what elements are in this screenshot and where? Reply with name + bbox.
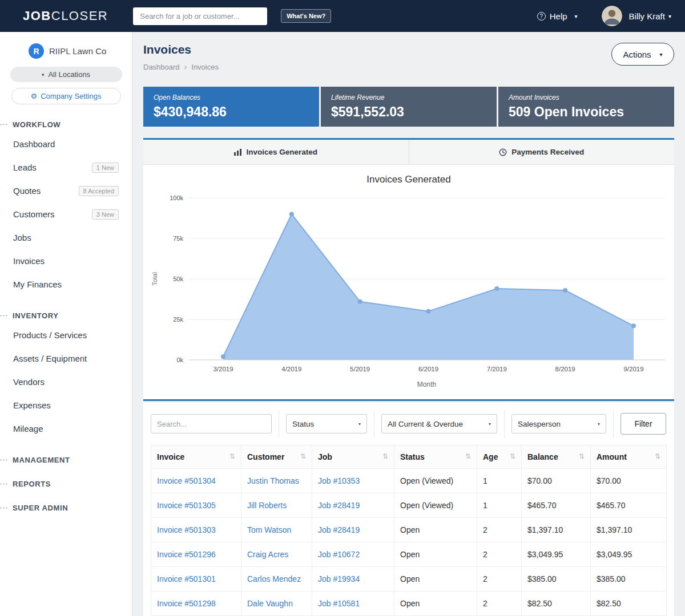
- actions-button[interactable]: Actions ▾: [611, 43, 674, 66]
- invoice-link[interactable]: Invoice #501301: [151, 567, 241, 591]
- chevron-right-icon: ›: [184, 62, 187, 71]
- topbar: JOBCLOSER What's New? Help ▾ Billy Kraft…: [0, 0, 685, 32]
- customer-link[interactable]: Jill Roberts: [241, 493, 312, 518]
- chart-tabs: Invoices Generated Payments Received: [143, 140, 674, 165]
- customer-link[interactable]: Dale Vaughn: [241, 591, 312, 616]
- col-age[interactable]: Age⇅: [477, 445, 522, 469]
- stat-label: Lifetime Revenue: [331, 94, 486, 102]
- sidebar-item-leads[interactable]: Leads1 New: [0, 156, 132, 179]
- tab-invoices-generated[interactable]: Invoices Generated: [143, 140, 409, 164]
- chart-area: 0k25k50k75k100k3/20194/20195/20196/20197…: [143, 185, 674, 399]
- section-header-super-admin[interactable]: SUPER ADMIN: [0, 504, 132, 512]
- section-header-management[interactable]: MANAGEMENT: [0, 456, 132, 464]
- sidebar-item-products-services[interactable]: Products / Services: [0, 323, 132, 347]
- table-row: Invoice #501305 Jill Roberts Job #28419 …: [151, 493, 667, 518]
- customer-link[interactable]: Carlos Mendez: [241, 567, 312, 591]
- sidebar-item-dashboard[interactable]: Dashboard: [0, 132, 132, 156]
- sidebar-item-assets-equipment[interactable]: Assets / Equipment: [0, 347, 132, 370]
- sidebar-item-jobs[interactable]: Jobs: [0, 226, 132, 249]
- global-search-input[interactable]: [133, 7, 267, 25]
- tab-payments-received[interactable]: Payments Received: [409, 140, 675, 164]
- leads-badge: 1 New: [92, 163, 119, 173]
- current-overdue-select[interactable]: All Current & Overdue ▾: [381, 414, 497, 433]
- whats-new-button[interactable]: What's New?: [281, 9, 331, 23]
- user-avatar[interactable]: [602, 6, 622, 26]
- table-search-input[interactable]: [151, 414, 272, 433]
- age-cell: 2: [477, 567, 522, 591]
- status-cell: Open: [394, 518, 477, 542]
- locations-label: All Locations: [48, 70, 90, 79]
- app-logo: JOBCLOSER: [23, 9, 108, 23]
- quotes-badge: 8 Accepted: [79, 186, 119, 196]
- sidebar-item-my-finances[interactable]: My Finances: [0, 273, 132, 296]
- col-invoice[interactable]: Invoice⇅: [151, 445, 241, 469]
- salesperson-select[interactable]: Salesperson ▾: [511, 414, 606, 433]
- customer-link[interactable]: Craig Acres: [241, 542, 312, 567]
- company-name: RIIPL Lawn Co: [49, 46, 106, 56]
- svg-text:4/2019: 4/2019: [281, 366, 301, 372]
- svg-text:8/2019: 8/2019: [555, 366, 575, 372]
- logo-light: CLOSER: [51, 9, 108, 23]
- stat-lifetime-revenue: Lifetime Revenue $591,552.03: [321, 87, 497, 127]
- divider: [613, 410, 614, 437]
- table-row: Invoice #501303 Tom Watson Job #28419 Op…: [151, 518, 667, 542]
- status-cell: Open: [394, 591, 477, 616]
- amount-cell: $3,049.95: [591, 542, 667, 567]
- job-link[interactable]: Job #10672: [312, 542, 394, 567]
- job-link[interactable]: Job #19934: [312, 567, 394, 591]
- invoice-link[interactable]: Invoice #501304: [151, 469, 241, 493]
- customer-link[interactable]: Justin Thomas: [241, 469, 312, 493]
- filter-row: Status ▾ All Current & Overdue ▾ Salespe…: [151, 410, 667, 437]
- status-cell: Open: [394, 542, 477, 567]
- section-header-reports[interactable]: REPORTS: [0, 480, 132, 488]
- user-menu[interactable]: Billy Kraft ▾: [629, 11, 671, 21]
- sidebar-item-quotes[interactable]: Quotes8 Accepted: [0, 179, 132, 202]
- sort-icon: ⇅: [229, 452, 235, 460]
- stat-amount-invoices: Amount Invoices 509 Open Invoices: [498, 87, 674, 127]
- breadcrumb-dashboard[interactable]: Dashboard: [143, 63, 180, 71]
- invoice-link[interactable]: Invoice #501305: [151, 493, 241, 518]
- sidebar-item-customers[interactable]: Customers3 New: [0, 202, 132, 226]
- stat-label: Amount Invoices: [509, 94, 664, 102]
- svg-text:9/2019: 9/2019: [623, 366, 643, 372]
- svg-text:100k: 100k: [170, 194, 183, 201]
- customer-link[interactable]: Tom Watson: [241, 518, 312, 542]
- col-customer[interactable]: Customer⇅: [241, 445, 312, 469]
- svg-text:6/2019: 6/2019: [418, 366, 438, 372]
- col-job[interactable]: Job⇅: [312, 445, 394, 469]
- col-balance[interactable]: Balance⇅: [522, 445, 591, 469]
- amount-cell: $70.00: [591, 469, 667, 493]
- sidebar-item-vendors[interactable]: Vendors: [0, 370, 132, 394]
- col-status[interactable]: Status⇅: [394, 445, 477, 469]
- sort-icon: ⇅: [382, 452, 388, 460]
- status-cell: Open (Viewed): [394, 493, 477, 518]
- balance-cell: $3,049.95: [522, 542, 591, 567]
- job-link[interactable]: Job #10353: [312, 469, 394, 493]
- job-link[interactable]: Job #28419: [312, 493, 394, 518]
- stat-open-balances: Open Balances $430,948.86: [143, 87, 319, 127]
- balance-cell: $385.00: [522, 567, 591, 591]
- status-cell: Open (Viewed): [394, 469, 477, 493]
- status-select[interactable]: Status ▾: [286, 414, 367, 433]
- sidebar-item-invoices[interactable]: Invoices: [0, 249, 132, 273]
- sidebar-item-expenses[interactable]: Expenses: [0, 394, 132, 417]
- age-cell: 2: [477, 591, 522, 616]
- invoice-link[interactable]: Invoice #501296: [151, 542, 241, 567]
- col-amount[interactable]: Amount⇅: [591, 445, 667, 469]
- job-link[interactable]: Job #28419: [312, 518, 394, 542]
- help-label: Help: [550, 11, 567, 21]
- company-settings-button[interactable]: ⚙ Company Settings: [11, 88, 121, 104]
- sidebar-item-mileage[interactable]: Mileage: [0, 417, 132, 440]
- bar-chart-icon: [234, 149, 241, 156]
- invoice-link[interactable]: Invoice #501298: [151, 591, 241, 616]
- table-row: Invoice #501301 Carlos Mendez Job #19934…: [151, 567, 667, 591]
- stat-value: 509 Open Invoices: [509, 104, 664, 120]
- divider: [504, 410, 505, 437]
- invoice-link[interactable]: Invoice #501303: [151, 518, 241, 542]
- help-menu[interactable]: Help ▾: [537, 11, 578, 21]
- filter-button[interactable]: Filter: [620, 413, 666, 435]
- svg-text:0k: 0k: [176, 356, 183, 363]
- age-cell: 2: [477, 542, 522, 567]
- locations-dropdown[interactable]: ▾ All Locations: [10, 67, 122, 82]
- job-link[interactable]: Job #10581: [312, 591, 394, 616]
